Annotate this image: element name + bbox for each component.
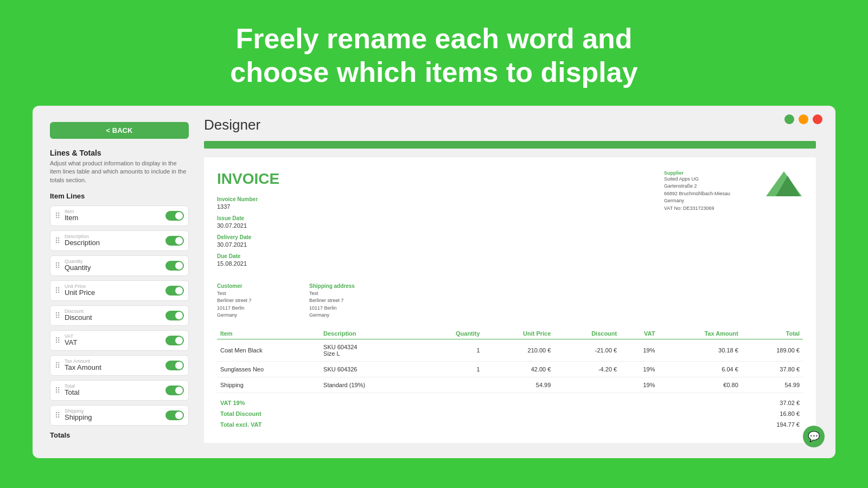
cell-total: 189.00 € bbox=[742, 339, 803, 361]
line-item-toggle-3[interactable] bbox=[165, 286, 184, 296]
invoice-number-label: Invoice Number bbox=[217, 196, 653, 202]
shipping-street: Berliner street 7 bbox=[309, 297, 385, 305]
line-item-input-wrap: Tax Amount bbox=[65, 359, 161, 372]
customer-city: 10117 Berlin bbox=[217, 305, 293, 312]
designer-title: Designer bbox=[204, 117, 816, 133]
line-item-input-wrap: Total bbox=[65, 384, 161, 397]
invoice-row-0: Coat Men Black SKU 604324 Size L 1 210.0… bbox=[217, 339, 803, 361]
invoice-row-1: Sunglasses Neo SKU 604326 1 42.00 € -4.2… bbox=[217, 361, 803, 377]
line-item-small-label: Unit Price bbox=[65, 284, 86, 289]
cell-discount: -21.00 € bbox=[554, 339, 620, 361]
col-header-tax-amount: Tax Amount bbox=[658, 328, 741, 339]
cell-item: Sunglasses Neo bbox=[217, 361, 320, 377]
cell-item: Shipping bbox=[217, 377, 320, 393]
customer-country: Germany bbox=[217, 312, 293, 319]
drag-handle-icon[interactable]: ⠿ bbox=[55, 311, 60, 320]
cell-quantity: 1 bbox=[420, 339, 483, 361]
customer-name: Test bbox=[217, 290, 293, 298]
hero-title-line1: Freely rename each word and bbox=[11, 22, 857, 55]
line-item-small-label: Item bbox=[65, 209, 74, 214]
line-item-quantity: ⠿ Quantity bbox=[50, 255, 189, 276]
col-header-item: Item bbox=[217, 328, 320, 339]
cell-tax-amount: €0.80 bbox=[658, 377, 741, 393]
delivery-date-value: 30.07.2021 bbox=[217, 241, 653, 248]
invoice-row-2: Shipping Standard (19%) 54.99 19% €0.80 … bbox=[217, 377, 803, 393]
totals-row-0: VAT 19% 37.02 € bbox=[217, 397, 803, 408]
customer-label: Customer bbox=[217, 283, 293, 289]
line-item-small-label: VAT bbox=[65, 333, 73, 339]
customer-street: Berliner street 7 bbox=[217, 297, 293, 305]
cell-discount bbox=[554, 377, 620, 393]
line-item-input-wrap: Quantity bbox=[65, 259, 161, 272]
line-item-toggle-0[interactable] bbox=[165, 211, 184, 221]
invoice-table-header-row: Item Description Quantity Unit Price Dis… bbox=[217, 328, 803, 339]
drag-handle-icon[interactable]: ⠿ bbox=[55, 211, 60, 220]
line-item-toggle-5[interactable] bbox=[165, 336, 184, 345]
totals-value-0: 37.02 € bbox=[780, 400, 800, 406]
hero-title-line2: choose which items to display bbox=[11, 55, 857, 89]
cell-total: 37.80 € bbox=[742, 361, 803, 377]
chat-widget[interactable]: 💬 bbox=[803, 426, 825, 447]
cell-quantity: 1 bbox=[420, 361, 483, 377]
drag-handle-icon[interactable]: ⠿ bbox=[55, 336, 60, 345]
cell-vat: 19% bbox=[620, 377, 658, 393]
drag-handle-icon[interactable]: ⠿ bbox=[55, 261, 60, 270]
customer-row: Customer Test Berliner street 7 10117 Be… bbox=[217, 283, 803, 319]
supplier-country: Germany bbox=[664, 197, 751, 205]
line-item-input-0[interactable] bbox=[65, 209, 161, 222]
cell-description: SKU 604326 bbox=[320, 361, 420, 377]
line-item-small-label: Total bbox=[65, 383, 75, 389]
line-item-toggle-8[interactable] bbox=[165, 410, 184, 420]
totals-row-1: Total Discount 16.80 € bbox=[217, 408, 803, 419]
shipping-city: 10117 Berlin bbox=[309, 305, 385, 312]
drag-handle-icon[interactable]: ⠿ bbox=[55, 236, 60, 245]
line-item-tax-amount: ⠿ Tax Amount bbox=[50, 355, 189, 376]
shipping-name: Test bbox=[309, 290, 385, 298]
invoice-table-body: Coat Men Black SKU 604324 Size L 1 210.0… bbox=[217, 339, 803, 393]
cell-vat: 19% bbox=[620, 339, 658, 361]
window-close-btn[interactable] bbox=[813, 114, 822, 124]
line-item-toggle-7[interactable] bbox=[165, 386, 184, 395]
cell-tax-amount: 6.04 € bbox=[658, 361, 741, 377]
cell-unit-price: 42.00 € bbox=[483, 361, 554, 377]
invoice-panel: INVOICE Invoice Number 1337 Issue Date 3… bbox=[204, 157, 816, 443]
drag-handle-icon[interactable]: ⠿ bbox=[55, 411, 60, 420]
line-item-input-wrap: Discount bbox=[65, 309, 161, 322]
col-header-description: Description bbox=[320, 328, 420, 339]
due-date-value: 15.08.2021 bbox=[217, 260, 653, 267]
line-item-small-label: Discount bbox=[65, 309, 84, 314]
totals-label-0: VAT 19% bbox=[220, 400, 245, 406]
col-header-vat: VAT bbox=[620, 328, 658, 339]
sidebar: < BACK Lines & Totals Adjust what produc… bbox=[43, 117, 195, 447]
line-item-small-label: Shipping bbox=[65, 408, 84, 414]
content-area: Designer INVOICE Invoice Number 1337 Iss… bbox=[195, 117, 825, 447]
cell-total: 54.99 bbox=[742, 377, 803, 393]
drag-handle-icon[interactable]: ⠿ bbox=[55, 361, 60, 370]
line-item-toggle-1[interactable] bbox=[165, 236, 184, 246]
window-controls bbox=[784, 114, 822, 124]
line-item-unit-price: ⠿ Unit Price bbox=[50, 280, 189, 301]
line-items-list: ⠿ Item ⠿ Description ⠿ Quantity ⠿ Unit bbox=[50, 206, 189, 426]
totals-value-1: 16.80 € bbox=[780, 410, 800, 417]
line-item-input-5[interactable] bbox=[65, 334, 161, 346]
window-maximize-btn[interactable] bbox=[784, 114, 794, 124]
drag-handle-icon[interactable]: ⠿ bbox=[55, 386, 60, 395]
logo-area bbox=[760, 170, 803, 272]
line-item-shipping: ⠿ Shipping bbox=[50, 405, 189, 426]
window-minimize-btn[interactable] bbox=[799, 114, 808, 124]
supplier-street: Gartenstraße 2 bbox=[664, 183, 751, 190]
due-date-label: Due Date bbox=[217, 253, 653, 259]
invoice-table: Item Description Quantity Unit Price Dis… bbox=[217, 328, 803, 393]
invoice-totals: VAT 19% 37.02 € Total Discount 16.80 € T… bbox=[217, 397, 803, 430]
col-header-discount: Discount bbox=[554, 328, 620, 339]
drag-handle-icon[interactable]: ⠿ bbox=[55, 286, 60, 295]
line-item-toggle-2[interactable] bbox=[165, 261, 184, 271]
line-item-toggle-4[interactable] bbox=[165, 311, 184, 320]
back-button[interactable]: < BACK bbox=[50, 122, 189, 139]
shipping-address-label: Shipping address bbox=[309, 283, 385, 289]
line-item-toggle-6[interactable] bbox=[165, 361, 184, 370]
totals-section-title: Totals bbox=[50, 431, 189, 439]
chat-icon: 💬 bbox=[808, 431, 820, 442]
line-item-input-7[interactable] bbox=[65, 384, 161, 396]
col-header-quantity: Quantity bbox=[420, 328, 483, 339]
